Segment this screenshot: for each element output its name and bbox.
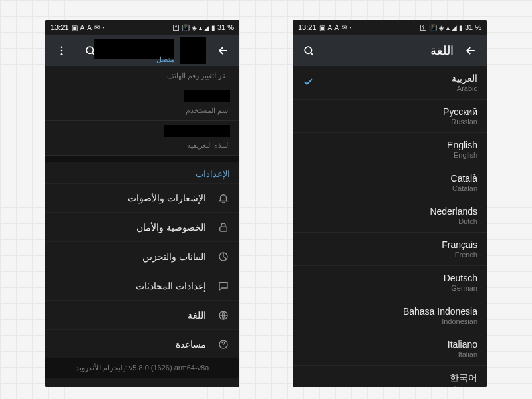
setting-row-pie[interactable]: البيانات والتخزين	[45, 241, 239, 271]
username-hint: اسم المستخدم	[55, 106, 230, 115]
more-icon: ·	[350, 24, 352, 31]
phone-row[interactable]: انقر لتغيير رقم الهاتف	[45, 66, 239, 86]
signal-icon: ◢	[204, 24, 209, 31]
signal-icon: ▴	[199, 24, 202, 31]
back-button[interactable]	[459, 39, 483, 63]
wifi-icon: ◈	[192, 24, 197, 31]
lang-native: English	[447, 140, 477, 150]
vibrate-icon: 📳	[429, 24, 437, 31]
font-icon: A	[80, 24, 85, 31]
check-icon	[302, 76, 314, 90]
avatar	[180, 37, 206, 64]
lang-english: German	[444, 284, 477, 292]
lang-english: Korean	[450, 385, 477, 387]
setting-label: الخصوصية والأمان	[136, 222, 206, 233]
svg-point-2	[61, 50, 63, 52]
svg-point-1	[61, 46, 63, 48]
vibrate-icon: 📳	[182, 24, 190, 31]
svg-point-8	[305, 47, 311, 53]
chat-icon	[217, 280, 230, 292]
wifi-icon: ◈	[439, 24, 444, 31]
setting-label: اللغة	[188, 310, 206, 321]
divider	[45, 156, 239, 162]
lang-english: English	[447, 151, 477, 159]
search-button[interactable]	[297, 39, 321, 63]
setting-row-chat[interactable]: إعدادات المحادثات	[45, 271, 239, 300]
more-vert-icon	[55, 45, 67, 57]
arrow-back-icon	[217, 44, 230, 57]
online-status: متصل	[156, 55, 174, 64]
setting-label: الإشعارات والأصوات	[128, 193, 206, 203]
setting-label: البيانات والتخزين	[142, 251, 206, 262]
settings-screen: 13:21 ▣ A A ✉ · ⚿ 📳 ◈ ▴ ◢ ▮ 31 % متصل	[45, 20, 239, 387]
battery-text: 31 %	[465, 23, 481, 31]
setting-label: إعدادات المحادثات	[136, 281, 206, 291]
lang-english: Indonesian	[403, 317, 477, 325]
more-icon: ·	[102, 24, 104, 31]
lang-native: Français	[442, 239, 477, 250]
help-icon	[217, 338, 230, 350]
phone-hint: انقر لتغيير رقم الهاتف	[55, 72, 230, 80]
svg-point-0	[86, 47, 93, 53]
setting-label: مساعدة	[176, 339, 206, 350]
signal-icon: ▴	[446, 24, 450, 31]
lang-row[interactable]: CatalàCatalan	[293, 166, 487, 200]
status-bar: 13:21 ▣ A A ✉ · ⚿ 📳 ◈ ▴ ◢ ▮ 31 %	[45, 20, 239, 35]
globe-icon	[217, 309, 230, 321]
svg-rect-4	[220, 227, 227, 231]
key-icon: ⚿	[173, 24, 180, 31]
lang-native: Bahasa Indonesia	[403, 306, 477, 317]
status-time: 13:21	[298, 23, 317, 31]
bio-row[interactable]: النبذة التعريفية	[45, 121, 239, 156]
key-icon: ⚿	[420, 24, 427, 31]
page-title: اللغة	[326, 43, 454, 58]
version-info: تيليجرام للأندرويد v5.8.0 (1626) arm64-v…	[45, 358, 239, 378]
lang-native: Català	[451, 173, 477, 184]
status-bar: 13:21 ▣ A A ✉ · ⚿ 📳 ◈ ▴ ◢ ▮ 31 %	[293, 20, 487, 35]
lang-native: Русский	[443, 106, 477, 117]
setting-row-help[interactable]: مساعدة	[45, 329, 239, 358]
mail-icon: ✉	[94, 24, 100, 31]
lang-row[interactable]: Bahasa IndonesiaIndonesian	[293, 299, 487, 332]
lang-row[interactable]: FrançaisFrench	[293, 233, 487, 266]
font-icon: A	[328, 24, 332, 31]
lang-english: Catalan	[451, 184, 477, 192]
lang-row[interactable]: العربيةArabic	[293, 66, 487, 100]
back-button[interactable]	[211, 39, 235, 63]
setting-row-bell[interactable]: الإشعارات والأصوات	[45, 183, 239, 212]
arrow-back-icon	[464, 44, 477, 57]
signal-icon: ◢	[452, 24, 457, 31]
battery-icon: ▮	[211, 24, 215, 31]
lang-english: French	[442, 251, 477, 259]
lang-english: Arabic	[452, 84, 477, 92]
search-icon	[303, 45, 315, 57]
lang-native: Italiano	[448, 339, 477, 350]
mail-icon: ✉	[342, 24, 347, 31]
battery-text: 31 %	[217, 23, 234, 31]
lang-english: Dutch	[430, 217, 477, 225]
lang-row[interactable]: EnglishEnglish	[293, 133, 487, 166]
lang-english: Russian	[443, 118, 477, 126]
status-time: 13:21	[51, 23, 69, 31]
menu-button[interactable]	[49, 39, 73, 63]
username-row[interactable]: اسم المستخدم	[45, 86, 239, 121]
setting-row-lock[interactable]: الخصوصية والأمان	[45, 212, 239, 241]
lang-native: 한국어	[450, 372, 477, 384]
language-screen: 13:21 ▣ A A ✉ · ⚿ 📳 ◈ ▴ ◢ ▮ 31 % اللغة ا…	[293, 20, 487, 387]
image-icon: ▣	[319, 24, 325, 31]
lang-row[interactable]: NederlandsDutch	[293, 200, 487, 233]
font-icon: A	[87, 24, 92, 31]
lang-row[interactable]: 한국어Korean	[293, 366, 487, 387]
setting-row-globe[interactable]: اللغة	[45, 300, 239, 329]
lang-row[interactable]: РусскийRussian	[293, 100, 487, 133]
bio-value	[164, 125, 230, 137]
image-icon: ▣	[72, 24, 78, 31]
app-bar: اللغة	[293, 35, 487, 66]
lang-english: Italian	[448, 350, 477, 358]
lang-row[interactable]: DeutschGerman	[293, 266, 487, 299]
bio-hint: النبذة التعريفية	[55, 141, 230, 150]
lock-icon	[217, 221, 230, 233]
pie-icon	[217, 251, 230, 263]
lang-native: Nederlands	[430, 206, 477, 217]
lang-row[interactable]: ItalianoItalian	[293, 332, 487, 366]
